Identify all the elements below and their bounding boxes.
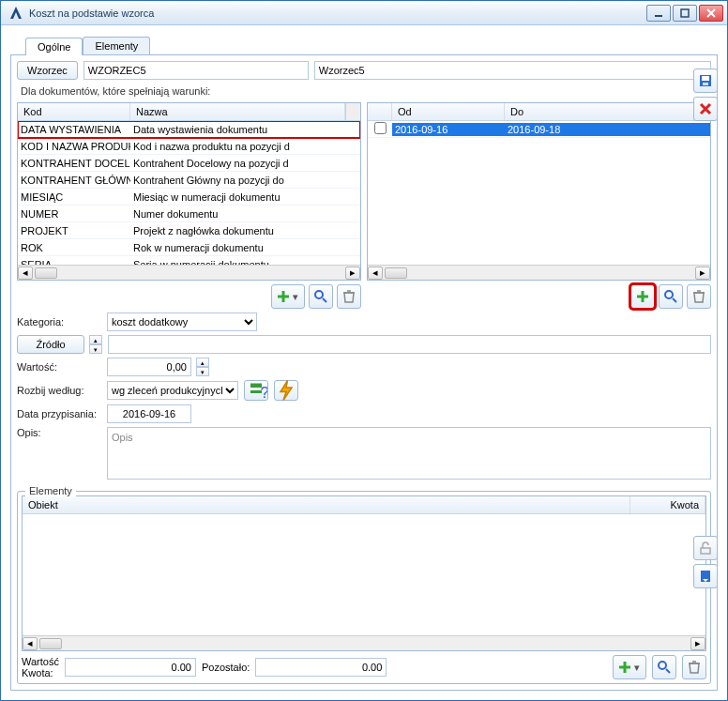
table-row[interactable]: MIESIĄCMiesiąc w numeracji dokumentu — [18, 189, 360, 206]
opis-label: Opis: — [17, 427, 101, 438]
wartosc-label: Wartość: — [17, 361, 101, 373]
right-hscroll[interactable]: ◂▸ — [368, 265, 710, 280]
footer-pozostalo-label: Pozostało: — [202, 662, 250, 673]
wartosc-down[interactable]: ▾ — [196, 367, 209, 376]
svg-rect-8 — [703, 83, 708, 85]
elements-title: Elementy — [25, 485, 76, 496]
rozbij-help-button[interactable]: ? — [244, 380, 268, 401]
table-row[interactable]: KONTRAHENT GŁÓWNYKontrahent Główny na po… — [18, 172, 360, 189]
table-row[interactable]: 2016-09-162016-09-18 — [368, 121, 710, 138]
opis-textarea[interactable]: Opis — [107, 427, 711, 480]
wzorzec-button[interactable]: Wzorzec — [17, 61, 78, 80]
right-search-button[interactable] — [659, 284, 683, 309]
table-row[interactable]: KONTRAHENT DOCELOWKontrahent Docelowy na… — [18, 155, 360, 172]
window-title: Koszt na podstawie wzorca — [29, 8, 646, 19]
tab-ogolne[interactable]: Ogólne — [25, 38, 83, 55]
app-icon — [8, 6, 23, 21]
footer-wartosc-label: Wartość — [22, 656, 59, 667]
left-grid-body[interactable]: DATA WYSTAWIENIAData wystawienia dokumen… — [18, 121, 360, 265]
minimize-button[interactable] — [646, 5, 671, 22]
zrodlo-button[interactable]: Źródło — [17, 335, 84, 354]
left-hscroll[interactable]: ◂▸ — [18, 265, 360, 280]
svg-rect-7 — [702, 76, 709, 81]
titlebar: Koszt na podstawie wzorca — [1, 1, 727, 25]
tab-bar: Ogólne Elementy — [10, 35, 718, 55]
footer-kwota-input[interactable] — [65, 658, 196, 677]
elements-col-obiekt[interactable]: Obiekt — [23, 496, 630, 513]
close-button[interactable] — [699, 5, 723, 22]
right-col-do[interactable]: Do — [505, 103, 710, 120]
zrodlo-up[interactable]: ▴ — [89, 335, 102, 344]
data-przyp-input[interactable] — [107, 404, 191, 423]
left-col-kod[interactable]: Kod — [18, 103, 130, 120]
right-add-button[interactable] — [630, 284, 655, 309]
wzorzec-code-input[interactable] — [83, 61, 309, 80]
right-col-od[interactable]: Od — [392, 103, 505, 120]
table-row[interactable]: SERIASeria w numeracji dokumentu — [18, 256, 360, 265]
table-row[interactable]: PROJEKTProjekt z nagłówka dokumentu — [18, 222, 360, 239]
tab-elementy[interactable]: Elementy — [83, 37, 150, 54]
elements-delete-button[interactable] — [682, 655, 706, 679]
kategoria-label: Kategoria: — [17, 316, 101, 328]
zrodlo-input[interactable] — [108, 335, 711, 354]
elements-col-kwota[interactable]: Kwota — [630, 496, 705, 513]
svg-rect-9 — [701, 548, 710, 554]
rozbij-action-button[interactable] — [274, 380, 298, 401]
svg-point-2 — [315, 291, 323, 298]
footer-kwota-label: Kwota: — [22, 667, 59, 678]
wartosc-up[interactable]: ▴ — [196, 358, 209, 367]
elements-hscroll[interactable]: ◂▸ — [23, 635, 705, 650]
svg-rect-0 — [655, 15, 662, 17]
doc-filter-label: Dla dokumentów, które spełniają warunki: — [21, 85, 711, 97]
rozbij-combo[interactable]: wg zleceń produkcyjnych — [107, 381, 238, 400]
wzorzec-name-input[interactable] — [314, 61, 711, 80]
svg-point-3 — [665, 291, 673, 298]
footer-pozostalo-input[interactable] — [255, 658, 387, 677]
tab-pane: Wzorzec Dla dokumentów, które spełniają … — [10, 55, 718, 691]
kategoria-combo[interactable]: koszt dodatkowy — [107, 312, 257, 331]
table-row[interactable]: DATA WYSTAWIENIAData wystawienia dokumen… — [18, 121, 360, 138]
maximize-button[interactable] — [673, 5, 697, 22]
svg-rect-1 — [681, 9, 689, 17]
zrodlo-down[interactable]: ▾ — [89, 344, 102, 354]
side-tag-button[interactable] — [693, 564, 718, 588]
elements-search-button[interactable] — [652, 655, 676, 679]
wartosc-input[interactable] — [107, 358, 191, 376]
side-lock-button[interactable] — [693, 536, 718, 560]
svg-point-5 — [659, 662, 666, 669]
table-row[interactable]: ROKRok w numeracji dokumentu — [18, 239, 360, 256]
left-search-button[interactable] — [309, 284, 333, 309]
left-grid-header: Kod Nazwa — [18, 103, 360, 121]
table-row[interactable]: KOD I NAZWA PRODUKTKod i nazwa produktu … — [18, 138, 360, 155]
right-grid-body[interactable]: 2016-09-162016-09-18 — [368, 121, 710, 265]
right-delete-button[interactable] — [687, 284, 711, 309]
svg-text:?: ? — [261, 384, 268, 401]
elements-grid-body[interactable] — [23, 514, 705, 635]
elements-add-button[interactable]: ▾ — [613, 655, 646, 679]
side-cancel-button[interactable] — [693, 97, 718, 121]
left-delete-button[interactable] — [337, 284, 361, 309]
left-col-nazwa[interactable]: Nazwa — [130, 103, 345, 120]
left-add-button[interactable]: ▾ — [271, 284, 305, 309]
table-row[interactable]: NUMERNumer dokumentu — [18, 206, 360, 222]
side-save-button[interactable] — [693, 69, 718, 93]
rozbij-label: Rozbij według: — [17, 385, 101, 396]
right-grid-header: Od Do — [368, 103, 710, 121]
data-przyp-label: Data przypisania: — [17, 408, 101, 419]
